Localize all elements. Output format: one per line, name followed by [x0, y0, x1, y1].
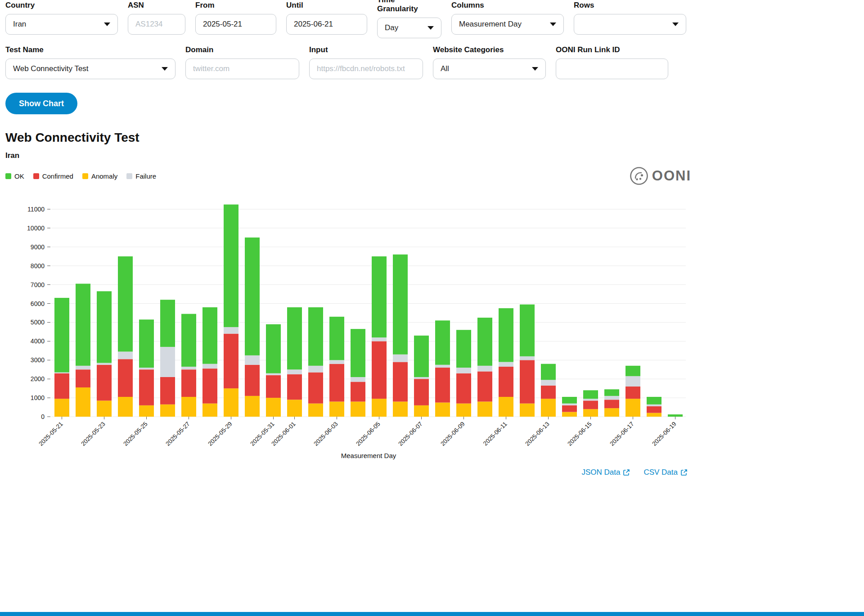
- bar-segment-ok[interactable]: [626, 366, 640, 376]
- bar-segment-ok[interactable]: [118, 256, 133, 352]
- bar-segment-ok[interactable]: [435, 320, 450, 364]
- bar-segment-failure[interactable]: [583, 399, 598, 400]
- bar-segment-failure[interactable]: [308, 366, 323, 373]
- bar-segment-ok[interactable]: [668, 414, 683, 417]
- bar-segment-anomaly[interactable]: [647, 413, 662, 417]
- bar-segment-ok[interactable]: [266, 324, 281, 373]
- bar-segment-failure[interactable]: [287, 369, 302, 374]
- bar-segment-failure[interactable]: [499, 362, 513, 366]
- until-date-input[interactable]: [286, 14, 367, 35]
- bar-segment-failure[interactable]: [626, 376, 640, 387]
- bar-segment-ok[interactable]: [308, 307, 323, 366]
- bar-segment-ok[interactable]: [393, 255, 408, 355]
- bar-segment-ok[interactable]: [287, 307, 302, 369]
- bar-segment-confirmed[interactable]: [372, 341, 387, 399]
- bar-segment-confirmed[interactable]: [97, 365, 112, 401]
- bar-segment-failure[interactable]: [435, 365, 450, 368]
- bar-segment-anomaly[interactable]: [76, 387, 90, 417]
- bar-segment-ok[interactable]: [139, 319, 154, 368]
- bar-segment-ok[interactable]: [541, 364, 556, 380]
- bar-segment-failure[interactable]: [202, 364, 217, 369]
- bar-segment-failure[interactable]: [266, 373, 281, 375]
- bar-segment-confirmed[interactable]: [139, 369, 154, 405]
- bar-segment-anomaly[interactable]: [245, 396, 260, 417]
- bar-segment-failure[interactable]: [224, 327, 238, 334]
- bar-segment-failure[interactable]: [181, 367, 196, 369]
- bar-segment-confirmed[interactable]: [181, 369, 196, 397]
- csv-data-link[interactable]: CSV Data: [644, 468, 688, 477]
- bar-segment-confirmed[interactable]: [499, 367, 513, 397]
- bar-segment-anomaly[interactable]: [562, 412, 577, 417]
- bar-segment-ok[interactable]: [224, 204, 238, 327]
- bar-segment-ok[interactable]: [54, 298, 69, 373]
- bar-segment-confirmed[interactable]: [329, 364, 344, 402]
- bar-segment-confirmed[interactable]: [414, 379, 429, 405]
- bar-segment-failure[interactable]: [139, 368, 154, 369]
- bar-segment-failure[interactable]: [520, 356, 535, 360]
- bar-segment-ok[interactable]: [372, 256, 387, 337]
- bar-segment-confirmed[interactable]: [435, 368, 450, 403]
- bar-segment-anomaly[interactable]: [329, 401, 344, 417]
- bar-segment-failure[interactable]: [351, 377, 365, 382]
- bar-segment-anomaly[interactable]: [520, 404, 535, 417]
- bar-segment-anomaly[interactable]: [541, 399, 556, 417]
- bar-segment-failure[interactable]: [456, 368, 471, 373]
- bar-segment-anomaly[interactable]: [118, 397, 133, 417]
- bar-segment-confirmed[interactable]: [477, 371, 492, 401]
- bar-segment-anomaly[interactable]: [499, 397, 513, 417]
- bar-segment-failure[interactable]: [54, 373, 69, 373]
- bar-segment-confirmed[interactable]: [456, 373, 471, 404]
- bar-segment-ok[interactable]: [329, 317, 344, 360]
- bar-segment-ok[interactable]: [647, 397, 662, 405]
- bar-segment-anomaly[interactable]: [308, 404, 323, 417]
- bar-segment-anomaly[interactable]: [97, 400, 112, 417]
- bar-segment-confirmed[interactable]: [245, 365, 260, 396]
- test-name-select[interactable]: Web Connectivity Test: [5, 58, 176, 79]
- bar-segment-confirmed[interactable]: [583, 400, 598, 409]
- bar-segment-failure[interactable]: [76, 366, 90, 369]
- bar-segment-ok[interactable]: [351, 329, 365, 377]
- bar-segment-anomaly[interactable]: [139, 405, 154, 417]
- bar-segment-ok[interactable]: [499, 308, 513, 362]
- bar-segment-confirmed[interactable]: [118, 359, 133, 397]
- json-data-link[interactable]: JSON Data: [581, 468, 630, 477]
- bar-segment-failure[interactable]: [562, 404, 577, 405]
- ooni-run-link-id-input[interactable]: [556, 58, 668, 79]
- bar-segment-confirmed[interactable]: [520, 360, 535, 403]
- columns-select[interactable]: Measurement Day: [451, 14, 564, 35]
- bar-segment-failure[interactable]: [329, 360, 344, 364]
- bar-segment-ok[interactable]: [562, 397, 577, 404]
- bar-segment-anomaly[interactable]: [626, 399, 640, 417]
- bar-segment-ok[interactable]: [583, 390, 598, 399]
- asn-input[interactable]: [128, 14, 185, 35]
- domain-input[interactable]: [185, 58, 299, 79]
- bar-segment-anomaly[interactable]: [160, 405, 175, 417]
- bar-segment-ok[interactable]: [245, 238, 260, 355]
- bar-segment-failure[interactable]: [541, 380, 556, 386]
- bar-segment-failure[interactable]: [477, 366, 492, 372]
- bar-segment-ok[interactable]: [181, 314, 196, 367]
- bar-segment-failure[interactable]: [604, 396, 619, 400]
- bar-segment-failure[interactable]: [97, 363, 112, 365]
- bar-segment-confirmed[interactable]: [308, 373, 323, 404]
- bar-segment-confirmed[interactable]: [266, 375, 281, 398]
- from-date-input[interactable]: [195, 14, 276, 35]
- time-granularity-select[interactable]: Day: [377, 18, 441, 38]
- bar-segment-confirmed[interactable]: [647, 406, 662, 413]
- bar-segment-anomaly[interactable]: [583, 409, 598, 417]
- website-categories-select[interactable]: All: [433, 58, 546, 79]
- bar-segment-confirmed[interactable]: [562, 405, 577, 412]
- bar-segment-confirmed[interactable]: [160, 377, 175, 405]
- bar-segment-anomaly[interactable]: [477, 401, 492, 417]
- bar-segment-confirmed[interactable]: [604, 400, 619, 408]
- bar-segment-confirmed[interactable]: [224, 334, 238, 389]
- rows-select[interactable]: [574, 14, 686, 35]
- bar-segment-anomaly[interactable]: [266, 398, 281, 417]
- country-select[interactable]: Iran: [5, 14, 118, 35]
- bar-segment-ok[interactable]: [97, 291, 112, 363]
- bar-segment-confirmed[interactable]: [202, 369, 217, 404]
- bar-segment-anomaly[interactable]: [54, 399, 69, 417]
- bar-segment-confirmed[interactable]: [626, 387, 640, 399]
- bar-segment-anomaly[interactable]: [287, 400, 302, 417]
- bar-segment-failure[interactable]: [118, 351, 133, 359]
